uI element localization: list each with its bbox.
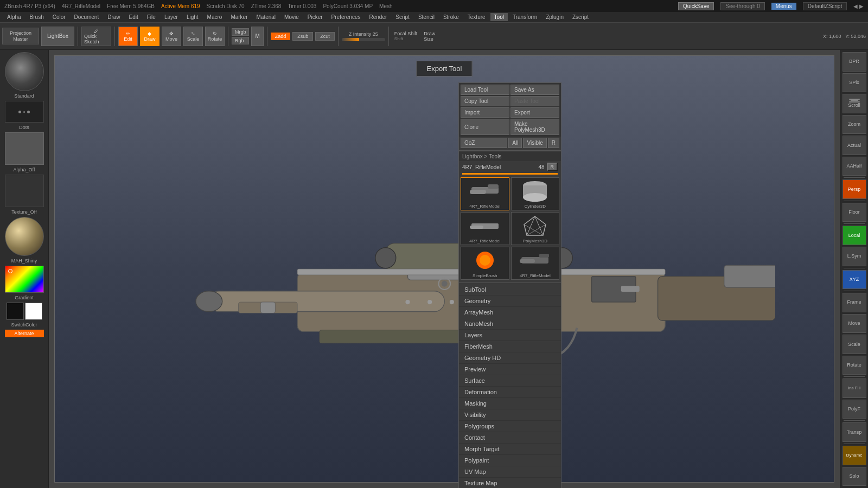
quicksave-button[interactable]: QuickSave [678, 2, 714, 10]
rgb-button[interactable]: Rgb [232, 37, 250, 44]
tool-thumb-cylinder[interactable]: Cylinder3D [511, 177, 560, 210]
menu-masking[interactable]: Masking [459, 398, 561, 409]
floor-button[interactable]: Floor [843, 203, 866, 222]
xyz-button[interactable]: XYZ [843, 270, 866, 290]
paste-tool-button[interactable]: Paste Tool [510, 96, 559, 106]
black-swatch[interactable] [7, 303, 24, 320]
menu-arraymesh[interactable]: ArrayMesh [459, 307, 561, 318]
rotate-button[interactable]: ↻ Rotate [205, 27, 225, 46]
projection-master-button[interactable]: ProjectionMaster [2, 28, 39, 45]
menu-script[interactable]: Script [392, 13, 413, 21]
menu-zplugin[interactable]: Zplugin [542, 13, 567, 21]
menu-document[interactable]: Document [71, 13, 103, 21]
move-button[interactable]: ✥ Move [162, 27, 181, 46]
menu-zscript[interactable]: Zscript [569, 13, 592, 21]
menu-render[interactable]: Render [366, 13, 391, 21]
menu-light[interactable]: Light [183, 13, 202, 21]
draw-button[interactable]: ◆ Draw [140, 27, 159, 46]
scroll-button[interactable]: Scroll [843, 94, 866, 113]
menu-layers[interactable]: Layers [459, 330, 561, 341]
all-button[interactable]: All [508, 138, 522, 148]
lightbox-button[interactable]: LightBox [41, 27, 74, 46]
menu-uv-map[interactable]: UV Map [459, 466, 561, 478]
menu-deformation[interactable]: Deformation [459, 387, 561, 398]
scale-button[interactable]: Scale [843, 335, 866, 354]
color-picker[interactable] [5, 266, 44, 293]
edit-button[interactable]: ✏ Edit [118, 27, 138, 46]
switch-color[interactable]: SwitchColor [11, 322, 37, 328]
save-as-button[interactable]: Save As [510, 85, 559, 95]
ins-fill-button[interactable]: Ins Fill [843, 378, 866, 398]
menu-draw[interactable]: Draw [104, 13, 124, 21]
menu-stroke[interactable]: Stroke [439, 13, 463, 21]
menu-nanomesh[interactable]: NanoMesh [459, 318, 561, 330]
see-through-button[interactable]: See-through 0 [720, 2, 764, 10]
alternate-button[interactable]: Alternate [5, 330, 44, 337]
mrgb-button[interactable]: Mrgb [232, 28, 250, 36]
zcut-button[interactable]: Zcut [315, 32, 335, 41]
spix-button[interactable]: SPix [843, 73, 866, 93]
menu-brush[interactable]: Brush [26, 13, 48, 21]
local-button[interactable]: Local [843, 226, 866, 245]
zsub-button[interactable]: Zsub [292, 32, 313, 41]
menu-texture-map[interactable]: Texture Map [459, 478, 561, 488]
goz-button[interactable]: GoZ [461, 138, 507, 148]
active-tool-r-button[interactable]: R [547, 163, 558, 171]
menu-subtool[interactable]: SubTool [459, 284, 561, 296]
persp-button[interactable]: Persp [843, 179, 866, 199]
r-button[interactable]: R [548, 138, 559, 148]
copy-tool-button[interactable]: Copy Tool [461, 96, 509, 106]
polyf-button[interactable]: PolyF [843, 400, 866, 419]
scale-button[interactable]: ⤡ Scale [183, 27, 203, 46]
tool-thumb-rifle1[interactable]: 4R7_RifleModel [461, 177, 509, 210]
menu-contact[interactable]: Contact [459, 432, 561, 444]
menu-polygroups[interactable]: Polygroups [459, 421, 561, 432]
tool-thumb-simplebrush[interactable]: SimpleBrush [461, 247, 509, 280]
menu-geometry-hd[interactable]: Geometry HD [459, 352, 561, 364]
dots-preview[interactable] [5, 101, 44, 123]
alpha-preview[interactable] [5, 132, 44, 165]
white-swatch[interactable] [25, 303, 42, 320]
export-button[interactable]: Export [510, 107, 559, 118]
menu-picker[interactable]: Picker [304, 13, 327, 21]
menu-fibermesh[interactable]: FiberMesh [459, 341, 561, 352]
menu-file[interactable]: File [143, 13, 159, 21]
m-button[interactable]: M [251, 27, 263, 46]
menu-layer[interactable]: Layer [161, 13, 182, 21]
brush-preview[interactable] [5, 52, 44, 91]
quick-sketch-button[interactable]: 🖊 Quick Sketch [81, 27, 111, 46]
frame-button[interactable]: Frame [843, 293, 866, 312]
menu-movie[interactable]: Movie [280, 13, 303, 21]
tool-thumb-rifle3[interactable]: 4R7_RifleModel [511, 247, 560, 280]
menu-edit[interactable]: Edit [125, 13, 142, 21]
tool-thumb-rifle2[interactable]: 4R7_RifleModel [461, 212, 509, 245]
material-preview[interactable] [5, 217, 44, 256]
load-tool-button[interactable]: Load Tool [461, 85, 509, 95]
zoom-button[interactable]: Zoom [843, 115, 866, 134]
visible-button[interactable]: Visible [523, 138, 546, 148]
menu-color[interactable]: Color [49, 13, 69, 21]
texture-preview[interactable] [5, 175, 44, 207]
dynamc-button[interactable]: Dynamc [843, 446, 866, 465]
bpr-button[interactable]: BPR [843, 52, 866, 72]
menu-texture[interactable]: Texture [464, 13, 489, 21]
tool-thumb-polymesh[interactable]: PolyMesh3D [511, 212, 560, 245]
menu-surface[interactable]: Surface [459, 375, 561, 387]
zadd-button[interactable]: Zadd [271, 33, 291, 40]
aahalf-button[interactable]: AAHalf [843, 157, 866, 176]
lsym-button[interactable]: L.Sym [843, 247, 866, 266]
menu-marker[interactable]: Marker [227, 13, 251, 21]
actual-button[interactable]: Actual [843, 136, 866, 155]
clone-button[interactable]: Clone [461, 119, 509, 135]
menu-morph-target[interactable]: Morph Target [459, 444, 561, 455]
import-button[interactable]: Import [461, 107, 509, 118]
menu-transform[interactable]: Transform [509, 13, 541, 21]
z-intensity[interactable]: Z Intensity 25 [342, 31, 385, 41]
transp-button[interactable]: Transp [843, 422, 866, 442]
solo-button[interactable]: Solo [843, 467, 866, 486]
nav-arrows[interactable]: ◀ ▶ [853, 3, 864, 9]
menu-alpha[interactable]: Alpha [3, 13, 25, 21]
make-polymesh-button[interactable]: Make PolyMesh3D [510, 119, 559, 135]
menu-preferences[interactable]: Preferences [328, 13, 365, 21]
menu-macro[interactable]: Macro [203, 13, 226, 21]
